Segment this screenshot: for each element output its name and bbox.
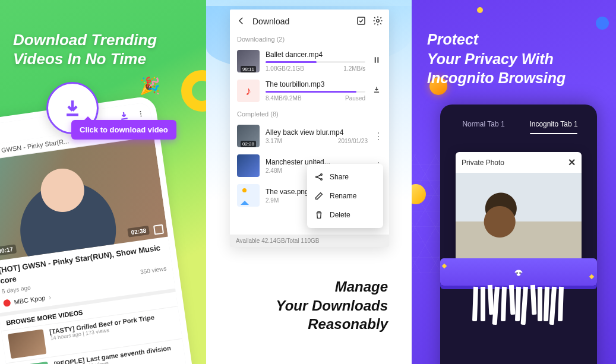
phone-mock-downloads: Download Downloading (2) 98:11 Ballet da…: [230, 10, 389, 247]
caption-line: Manage: [276, 277, 388, 296]
duration-badge: 02:28: [241, 141, 256, 147]
screen-title: Download: [252, 17, 289, 26]
incognito-mask-icon: [513, 266, 525, 278]
private-photo-card: Private Photo ✕: [456, 152, 582, 262]
svg-point-6: [519, 273, 520, 274]
file-name: Ballet dancer.mp4: [266, 50, 365, 59]
item-more-icon[interactable]: ⋮: [374, 131, 382, 142]
tab-normal[interactable]: Normal Tab 1: [448, 114, 519, 135]
download-status: Paused: [345, 95, 365, 102]
card-title: Private Photo: [462, 159, 504, 167]
settings-icon[interactable]: [372, 15, 383, 28]
svg-rect-0: [358, 17, 365, 24]
completed-item[interactable]: 02:28 Alley back view blur.mp4 3.17M 201…: [230, 121, 389, 151]
headline-line: Protect: [427, 30, 566, 49]
svg-point-4: [321, 179, 323, 181]
fullscreen-icon[interactable]: [153, 224, 164, 235]
shredder-bar: [440, 258, 597, 286]
progress-bar: [266, 61, 365, 63]
download-rate: 1.2MB/s: [343, 65, 365, 72]
panel1-headline: Download Trending Videos In No Time: [13, 31, 157, 68]
file-name: The tourbillon.mp3: [266, 80, 365, 88]
video-age: 5 days ago: [1, 284, 31, 296]
confetti-icon: 🎉: [140, 76, 160, 96]
decor-orb: [477, 7, 483, 13]
storage-summary: Available 42.14GB/Total 110GB: [230, 235, 389, 247]
resume-download-icon[interactable]: [371, 86, 382, 96]
video-views: 350 views: [140, 265, 167, 277]
download-screen-header: Download: [230, 10, 389, 33]
caption-line: Your Downloads: [276, 296, 388, 315]
private-photo: [456, 173, 582, 262]
headline-line: Videos In No Time: [13, 50, 157, 69]
decor-orb: [596, 17, 609, 30]
caption-line: Reasonably: [276, 315, 388, 333]
decor-ring: [181, 70, 206, 112]
pause-icon[interactable]: [371, 56, 382, 67]
file-name: Alley back view blur.mp4: [266, 128, 368, 137]
file-size: 8.4MB/9.2MB: [266, 95, 302, 102]
video-thumb-icon: [12, 362, 51, 364]
menu-share-label: Share: [330, 173, 349, 181]
headline-line: Your Privacy With: [427, 49, 566, 69]
menu-delete[interactable]: Delete: [307, 205, 383, 224]
channel-avatar-icon: [3, 299, 11, 308]
shredded-strips: [440, 286, 597, 325]
chevron-right-icon[interactable]: ›: [48, 293, 52, 302]
menu-share[interactable]: Share: [307, 167, 383, 186]
promo-panel-manage-downloads: Download Downloading (2) 98:11 Ballet da…: [206, 0, 412, 364]
duration-badge: 98:11: [241, 66, 256, 72]
file-size: 1.08GB/2.1GB: [266, 65, 304, 72]
video-thumb-icon: [8, 330, 46, 359]
file-thumb-icon: 02:28: [237, 125, 260, 147]
tab-incognito[interactable]: Incognito Tab 1: [519, 114, 589, 135]
file-size: 3.17M: [266, 138, 282, 144]
file-thumb-icon: [237, 154, 260, 177]
menu-delete-label: Delete: [330, 211, 350, 219]
menu-rename[interactable]: Rename: [307, 186, 383, 205]
shredder-graphic: [440, 258, 597, 325]
svg-point-2: [316, 176, 318, 178]
file-thumb-icon: [237, 80, 260, 102]
panel2-caption: Manage Your Downloads Reasonably: [276, 277, 388, 333]
download-item[interactable]: 98:11 Ballet dancer.mp4 1.08GB/2.1GB 1.2…: [230, 46, 389, 76]
section-completed: Completed (8): [230, 108, 389, 121]
video-card: 00:17 02:38 [HOT] GWSN - Pinky Star(RUN)…: [0, 137, 175, 314]
progress-bar: [266, 91, 365, 93]
item-context-menu: Share Rename Delete: [307, 164, 383, 228]
file-date: 2019/01/23: [338, 138, 368, 144]
more-menu-icon[interactable]: ⋮: [137, 109, 146, 118]
svg-point-1: [377, 19, 380, 22]
file-size: 2.48M: [266, 167, 282, 174]
panel3-headline: Protect Your Privacy With Incognito Brow…: [427, 30, 566, 88]
download-item[interactable]: The tourbillon.mp3 8.4MB/9.2MB Paused: [230, 76, 389, 106]
menu-rename-label: Rename: [330, 192, 356, 200]
select-icon[interactable]: [356, 15, 367, 28]
headline-line: Download Trending: [13, 31, 157, 50]
svg-point-3: [321, 174, 323, 176]
back-icon[interactable]: [236, 15, 247, 28]
close-icon[interactable]: ✕: [568, 157, 576, 168]
file-size: 2.9M: [266, 197, 279, 204]
headline-line: Incognito Browsing: [427, 68, 566, 88]
download-tooltip: Click to download video: [71, 120, 176, 140]
promo-panel-download-trending: Download Trending Videos In No Time 🎉 Cl…: [0, 0, 206, 364]
promo-panel-incognito: Protect Your Privacy With Incognito Brow…: [412, 0, 616, 364]
browser-tabs: Normal Tab 1 Incognito Tab 1: [448, 114, 589, 135]
channel-name[interactable]: MBC Kpop: [14, 293, 46, 306]
file-thumb-icon: 98:11: [237, 50, 260, 72]
svg-point-5: [516, 273, 517, 274]
file-thumb-icon: [237, 184, 260, 207]
phone-mock-incognito: Normal Tab 1 Incognito Tab 1 Private Pho…: [440, 105, 597, 364]
section-downloading: Downloading (2): [230, 33, 389, 46]
